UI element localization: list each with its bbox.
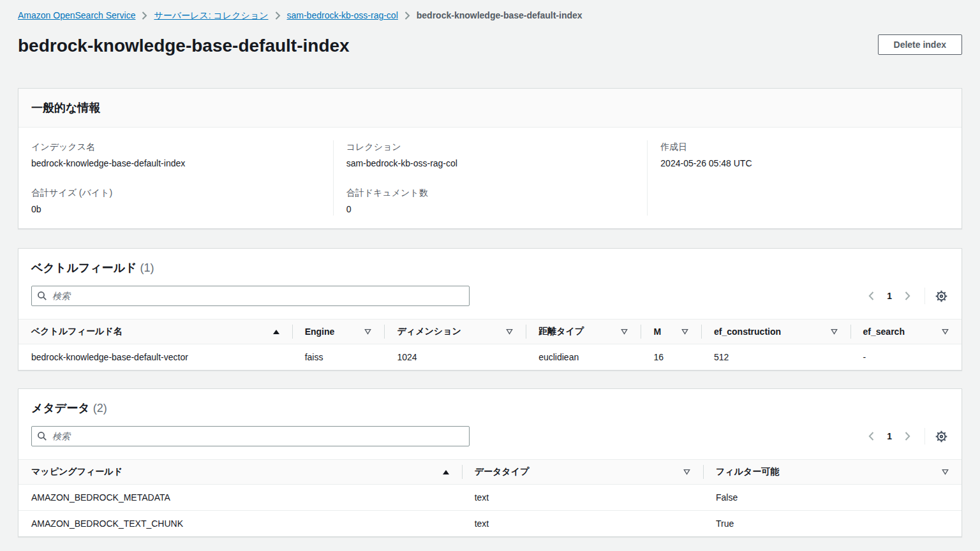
- general-info-column: コレクション sam-bedrock-kb-oss-rag-col 合計ドキュメ…: [333, 140, 648, 216]
- cell-mapping-field: AMAZON_BEDROCK_TEXT_CHUNK: [19, 511, 462, 537]
- cell-distance-type: euclidiean: [526, 344, 641, 371]
- cell-vector-field-name: bedrock-knowledge-base-default-vector: [19, 344, 292, 371]
- gear-icon[interactable]: [934, 289, 949, 304]
- metadata-search: [31, 426, 470, 446]
- field-value: 2024-05-26 05:48 UTC: [660, 157, 949, 170]
- gear-icon[interactable]: [934, 429, 949, 444]
- search-input[interactable]: [31, 426, 470, 446]
- column-label: ベクトルフィールド名: [31, 326, 122, 337]
- page-number[interactable]: 1: [883, 431, 896, 441]
- search-input[interactable]: [31, 286, 470, 306]
- field-label: インデックス名: [31, 140, 320, 153]
- field-total-size: 合計サイズ (バイト) 0b: [31, 186, 320, 216]
- breadcrumb-current: bedrock-knowledge-base-default-index: [417, 9, 583, 22]
- column-label: フィルター可能: [716, 466, 779, 478]
- column-label: ef_construction: [714, 327, 781, 337]
- field-label: 作成日: [660, 140, 949, 153]
- chevron-right-icon: [405, 11, 410, 20]
- chevron-left-icon[interactable]: [863, 289, 879, 303]
- sort-icon: [683, 469, 690, 475]
- table-header-row: ベクトルフィールド名 Engine ディメンション 距離タイプ M ef_con…: [19, 320, 961, 344]
- cell-data-type: text: [462, 485, 703, 511]
- metadata-pagination: 1: [863, 428, 949, 444]
- cell-ef-construction: 512: [701, 344, 850, 371]
- table-row: AMAZON_BEDROCK_METADATA text False: [19, 485, 961, 511]
- metadata-count: (2): [93, 402, 107, 415]
- column-header-distance-type[interactable]: 距離タイプ: [526, 320, 641, 344]
- sort-ascending-icon: [273, 330, 279, 334]
- chevron-right-icon[interactable]: [900, 289, 916, 303]
- field-total-documents: 合計ドキュメント数 0: [346, 186, 635, 216]
- sort-icon: [364, 328, 371, 335]
- vector-fields-search: [31, 286, 470, 306]
- cell-filterable: True: [703, 511, 961, 537]
- breadcrumb-link-opensearch[interactable]: Amazon OpenSearch Service: [18, 9, 135, 22]
- title-row: bedrock-knowledge-base-default-index Del…: [18, 34, 962, 57]
- page-number[interactable]: 1: [883, 291, 896, 301]
- vector-fields-title: ベクトルフィールド (1): [31, 260, 949, 276]
- field-label: 合計サイズ (バイト): [31, 186, 320, 199]
- column-header-vector-field-name[interactable]: ベクトルフィールド名: [19, 320, 292, 344]
- column-label: 距離タイプ: [538, 326, 584, 337]
- sort-icon: [831, 328, 838, 335]
- divider: [924, 428, 925, 444]
- general-info-panel: 一般的な情報 インデックス名 bedrock-knowledge-base-de…: [18, 88, 962, 229]
- vector-fields-panel: ベクトルフィールド (1) 1: [18, 248, 962, 371]
- field-label: 合計ドキュメント数: [346, 186, 635, 199]
- column-header-m[interactable]: M: [641, 320, 701, 344]
- column-header-data-type[interactable]: データタイプ: [462, 460, 703, 485]
- table-row: AMAZON_BEDROCK_TEXT_CHUNK text True: [19, 511, 961, 537]
- vector-fields-toolbar: 1: [31, 286, 949, 306]
- breadcrumb-link-collection[interactable]: sam-bedrock-kb-oss-rag-col: [287, 9, 398, 22]
- field-value: 0b: [31, 203, 320, 216]
- vector-fields-title-text: ベクトルフィールド: [31, 261, 137, 274]
- field-value: sam-bedrock-kb-oss-rag-col: [346, 157, 635, 170]
- column-label: ef_search: [863, 327, 905, 337]
- field-value: bedrock-knowledge-base-default-index: [31, 157, 320, 170]
- field-label: コレクション: [346, 140, 635, 153]
- metadata-top: メタデータ (2) 1: [19, 389, 961, 459]
- table-row: bedrock-knowledge-base-default-vector fa…: [19, 344, 961, 371]
- general-info-grid: インデックス名 bedrock-knowledge-base-default-i…: [19, 128, 961, 228]
- field-created-date: 作成日 2024-05-26 05:48 UTC: [660, 140, 949, 170]
- column-header-dimension[interactable]: ディメンション: [384, 320, 526, 344]
- column-header-filterable[interactable]: フィルター可能: [703, 460, 961, 485]
- breadcrumb-link-serverless-collections[interactable]: サーバーレス: コレクション: [154, 9, 268, 22]
- sort-icon: [506, 328, 513, 335]
- vector-fields-count: (1): [140, 261, 154, 274]
- general-info-title: 一般的な情報: [31, 101, 100, 114]
- column-header-ef-construction[interactable]: ef_construction: [701, 320, 850, 344]
- metadata-table: マッピングフィールド データタイプ フィルター可能 AMAZON_BEDROCK…: [19, 459, 961, 536]
- field-collection: コレクション sam-bedrock-kb-oss-rag-col: [346, 140, 635, 170]
- general-info-column: 作成日 2024-05-26 05:48 UTC: [647, 140, 961, 216]
- cell-engine: faiss: [292, 344, 385, 371]
- sort-icon: [681, 328, 688, 335]
- metadata-title: メタデータ (2): [31, 400, 949, 416]
- sort-ascending-icon: [443, 470, 449, 474]
- general-info-header: 一般的な情報: [19, 89, 961, 128]
- page-title: bedrock-knowledge-base-default-index: [18, 34, 350, 57]
- column-label: Engine: [305, 327, 335, 337]
- chevron-right-icon[interactable]: [900, 429, 916, 443]
- metadata-panel: メタデータ (2) 1: [18, 388, 962, 537]
- sort-icon: [942, 328, 949, 335]
- cell-mapping-field: AMAZON_BEDROCK_METADATA: [19, 485, 462, 511]
- metadata-toolbar: 1: [31, 426, 949, 446]
- column-header-engine[interactable]: Engine: [292, 320, 385, 344]
- field-value: 0: [346, 203, 635, 216]
- chevron-right-icon: [275, 11, 281, 20]
- breadcrumb: Amazon OpenSearch Service サーバーレス: コレクション…: [18, 9, 962, 22]
- column-header-ef-search[interactable]: ef_search: [850, 320, 961, 344]
- field-index-name: インデックス名 bedrock-knowledge-base-default-i…: [31, 140, 320, 170]
- chevron-right-icon: [142, 11, 147, 20]
- vector-fields-top: ベクトルフィールド (1) 1: [19, 249, 961, 319]
- column-label: M: [653, 327, 661, 337]
- cell-filterable: False: [703, 485, 961, 511]
- chevron-left-icon[interactable]: [863, 429, 879, 443]
- vector-fields-table: ベクトルフィールド名 Engine ディメンション 距離タイプ M ef_con…: [19, 319, 961, 370]
- cell-ef-search: -: [850, 344, 961, 371]
- delete-index-button[interactable]: Delete index: [878, 34, 962, 55]
- column-label: マッピングフィールド: [31, 466, 122, 478]
- column-label: データタイプ: [475, 466, 530, 478]
- column-header-mapping-field[interactable]: マッピングフィールド: [19, 460, 462, 485]
